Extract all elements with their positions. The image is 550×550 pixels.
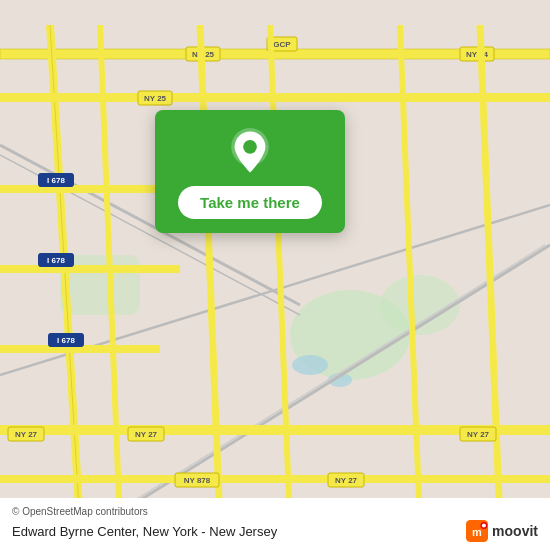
svg-rect-27 — [0, 265, 180, 273]
svg-text:NY 27: NY 27 — [467, 430, 490, 439]
svg-point-50 — [243, 140, 257, 154]
svg-point-4 — [292, 355, 328, 375]
osm-credit: © OpenStreetMap contributors — [12, 506, 538, 517]
svg-rect-30 — [0, 475, 550, 483]
location-card: Take me there — [155, 110, 345, 233]
svg-text:NY 27: NY 27 — [15, 430, 38, 439]
location-pin-icon — [226, 128, 274, 176]
svg-rect-25 — [0, 93, 550, 102]
svg-text:NY 27: NY 27 — [335, 476, 358, 485]
svg-text:I 678: I 678 — [47, 176, 65, 185]
svg-text:NY 25: NY 25 — [144, 94, 167, 103]
svg-text:I 678: I 678 — [47, 256, 65, 265]
bottom-bar: © OpenStreetMap contributors Edward Byrn… — [0, 498, 550, 550]
svg-text:NY 878: NY 878 — [184, 476, 211, 485]
map-background: NY 25 NY 24 GCP NY 25 I 678 I 678 — [0, 0, 550, 550]
moovit-icon: m — [466, 520, 488, 542]
location-info-row: Edward Byrne Center, New York - New Jers… — [12, 520, 538, 542]
svg-text:NY 24: NY 24 — [466, 50, 489, 59]
moovit-logo: m moovit — [466, 520, 538, 542]
svg-text:GCP: GCP — [273, 40, 291, 49]
location-name: Edward Byrne Center, New York - New Jers… — [12, 524, 277, 539]
moovit-brand-text: moovit — [492, 523, 538, 539]
svg-text:m: m — [472, 526, 482, 538]
take-me-there-button[interactable]: Take me there — [178, 186, 322, 219]
svg-text:NY 27: NY 27 — [135, 430, 158, 439]
map-container: NY 25 NY 24 GCP NY 25 I 678 I 678 — [0, 0, 550, 550]
svg-point-54 — [482, 523, 486, 527]
svg-text:I 678: I 678 — [57, 336, 75, 345]
